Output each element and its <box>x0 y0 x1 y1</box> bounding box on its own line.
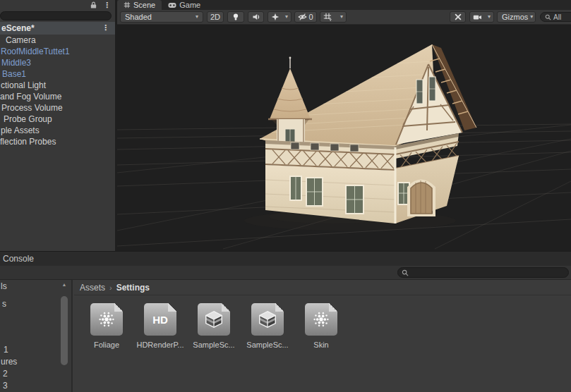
chevron-down-icon: ▾ <box>285 14 288 20</box>
hierarchy-item[interactable]: Base1 <box>0 68 115 80</box>
scene-3d-render <box>117 25 571 251</box>
view-tabbar: Scene Game <box>117 0 571 10</box>
grid-visibility-dropdown[interactable]: ▾ <box>320 11 347 23</box>
bottom-tabbar: Console <box>0 251 571 266</box>
gizmos-label: Gizmos <box>502 13 528 21</box>
scene-grid-icon <box>124 1 131 8</box>
hierarchy-item[interactable]: Probe Group <box>0 114 115 125</box>
entrance-door <box>409 180 434 215</box>
gizmos-dropdown[interactable]: Gizmos ▾ <box>497 11 536 23</box>
project-folder-tree: ls s 1 ures 2 3 ▲ <box>0 280 73 392</box>
folder-tree-item[interactable]: s <box>2 299 6 310</box>
breadcrumb-settings[interactable]: Settings <box>116 283 150 293</box>
hierarchy-search-input[interactable] <box>0 11 112 20</box>
shading-mode-dropdown[interactable]: Shaded ▾ <box>120 11 203 23</box>
scroll-up-icon[interactable]: ▲ <box>59 281 69 288</box>
effects-star-icon <box>271 13 280 21</box>
asset-tile <box>198 303 230 336</box>
folder-tree-item[interactable]: ures <box>1 357 17 367</box>
hierarchy-item-list: Camera RoofMiddleTuttet1 Middle3 Base1 c… <box>0 35 115 147</box>
scene-camera-dropdown[interactable]: ▾ <box>469 11 494 23</box>
tree-scrollbar[interactable]: ▲ <box>59 280 69 392</box>
asset-grid: Foliage HD HDRenderP... <box>74 295 571 392</box>
scene-header-label: eScene* <box>1 23 35 33</box>
asset-tile <box>90 303 123 336</box>
scene-toolbar: Shaded ▾ 2D ▾ <box>117 10 571 25</box>
asset-tile <box>305 303 337 336</box>
scene-search-scope-label: All <box>553 13 561 21</box>
wrench-tools-icon <box>454 13 462 21</box>
asset-label: Skin <box>294 341 348 349</box>
hierarchy-item[interactable]: ple Assets <box>0 125 115 136</box>
project-panel: ls s 1 ures 2 3 ▲ Assets › Settings <box>0 280 571 392</box>
chevron-down-icon: ▾ <box>196 14 198 20</box>
hidden-count-label: 0 <box>308 13 313 21</box>
tab-game-label: Game <box>179 1 200 9</box>
scene-viewport[interactable] <box>117 25 571 251</box>
tools-button[interactable] <box>450 11 466 23</box>
hierarchy-item[interactable]: Middle3 <box>0 57 115 68</box>
project-search-input[interactable] <box>397 267 569 278</box>
asset-tile <box>251 303 284 336</box>
hierarchy-menu-icon[interactable]: ⋮ <box>103 0 111 10</box>
hierarchy-item[interactable]: Camera <box>0 35 115 46</box>
toggle-2d-button[interactable]: 2D <box>207 11 224 23</box>
asset-item-skin[interactable]: Skin <box>299 303 343 349</box>
folder-tree-item[interactable]: ls <box>1 281 7 292</box>
hd-asset-icon: HD <box>152 314 168 326</box>
eye-slash-icon <box>298 13 307 21</box>
asset-label: HDRenderP... <box>133 341 187 349</box>
breadcrumb-separator-icon: › <box>109 283 112 292</box>
diffusion-profile-dots-icon <box>97 310 116 329</box>
folder-tree-item[interactable]: 3 <box>3 381 8 391</box>
scene-header-row[interactable]: eScene* ⋮ <box>0 22 115 35</box>
chevron-down-icon: ▾ <box>488 14 491 20</box>
project-toolbar <box>0 266 571 280</box>
tree-scrollbar-thumb[interactable] <box>61 296 68 365</box>
diffusion-profile-dots-icon <box>311 310 331 329</box>
volume-profile-cube-icon <box>203 309 224 330</box>
scene-header-menu-icon[interactable]: ⋮ <box>102 23 109 32</box>
asset-label: Foliage <box>80 341 133 349</box>
tab-scene[interactable]: Scene <box>117 0 162 10</box>
tab-scene-label: Scene <box>133 1 155 9</box>
chevron-down-icon: ▾ <box>530 14 533 20</box>
hierarchy-item[interactable]: RoofMiddleTuttet1 <box>0 46 115 57</box>
asset-tile: HD <box>144 303 176 336</box>
asset-item-samplescene-2[interactable]: SampleSc... <box>246 303 289 349</box>
light-bulb-icon <box>232 13 240 21</box>
asset-item-foliage[interactable]: Foliage <box>85 303 128 349</box>
asset-item-hdrenderpipeline[interactable]: HD HDRenderP... <box>138 303 182 349</box>
asset-label: SampleSc... <box>187 341 241 349</box>
tab-game[interactable]: Game <box>162 0 207 10</box>
breadcrumb: Assets › Settings <box>74 280 571 295</box>
hierarchy-item[interactable]: ctional Light <box>0 80 115 91</box>
volume-profile-cube-icon <box>257 309 278 330</box>
tab-console[interactable]: Console <box>0 254 34 264</box>
speaker-icon <box>252 13 260 21</box>
hierarchy-item[interactable]: Process Volume <box>0 102 115 114</box>
breadcrumb-assets[interactable]: Assets <box>80 283 105 293</box>
folder-tree-item[interactable]: 1 <box>4 345 8 355</box>
search-icon <box>402 269 409 276</box>
gamepad-icon <box>168 2 176 8</box>
hierarchy-toolbar: ⋮ <box>0 0 115 10</box>
grid-axis-icon <box>323 13 332 21</box>
scene-audio-toggle-button[interactable] <box>248 11 264 23</box>
hidden-objects-button[interactable]: 0 <box>294 11 317 23</box>
scene-search-input[interactable]: All <box>540 12 571 22</box>
hierarchy-item[interactable]: and Fog Volume <box>0 91 115 102</box>
asset-label: SampleSc... <box>241 341 294 349</box>
lock-icon[interactable] <box>90 1 97 9</box>
unity-editor-window: ⋮ eScene* ⋮ Camera RoofMiddleTuttet1 Mid… <box>0 0 571 392</box>
folder-tree-item[interactable]: 2 <box>3 369 8 379</box>
search-icon <box>545 14 551 20</box>
project-content: Assets › Settings Foli <box>74 280 571 392</box>
effects-visibility-dropdown[interactable]: ▾ <box>268 11 291 23</box>
scene-lighting-toggle-button[interactable] <box>227 11 244 23</box>
asset-item-samplescene-1[interactable]: SampleSc... <box>192 303 236 349</box>
hierarchy-item[interactable]: flection Probes <box>0 136 115 147</box>
hierarchy-panel: ⋮ eScene* ⋮ Camera RoofMiddleTuttet1 Mid… <box>0 0 115 251</box>
chevron-down-icon: ▾ <box>340 14 343 20</box>
camera-icon <box>473 13 482 21</box>
